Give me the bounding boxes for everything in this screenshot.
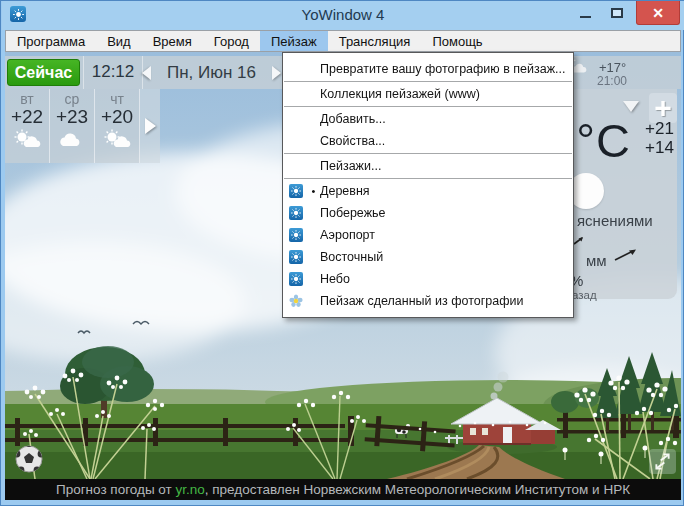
menu-item-coast[interactable]: Побережье xyxy=(283,202,573,224)
prev-day-arrow-icon[interactable] xyxy=(142,66,151,80)
menubar-item-landscape[interactable]: Пейзаж xyxy=(260,31,328,51)
menu-separator xyxy=(284,178,572,179)
landscape-sun-icon xyxy=(289,184,303,198)
landscape-sun-icon xyxy=(289,250,303,264)
statusbar: Прогноз погоды от yr.no, предоставлен Но… xyxy=(5,479,681,500)
menubar-item-city[interactable]: Город xyxy=(203,31,260,51)
cloud-icon xyxy=(56,129,88,153)
menubar-item-broadcast[interactable]: Трансляция xyxy=(328,31,422,51)
landscape-sun-icon xyxy=(289,272,303,286)
menu-separator xyxy=(284,106,572,107)
yowindow-app-window: YoWindow 4 ✕ Программа Вид Время Город П… xyxy=(0,0,684,506)
expand-arrow-icon xyxy=(145,118,156,134)
sun-cloud-icon xyxy=(11,129,43,153)
selected-bullet: • xyxy=(307,185,320,197)
menu-item-add[interactable]: Добавить... xyxy=(283,108,573,130)
menu-item-landscape-collection[interactable]: Коллекция пейзажей (www) xyxy=(283,83,573,105)
menu-item-sky[interactable]: Небо xyxy=(283,268,573,290)
maximize-button[interactable] xyxy=(602,1,632,25)
menubar-item-view[interactable]: Вид xyxy=(96,31,142,51)
menu-item-village[interactable]: • Деревня xyxy=(283,180,573,202)
date-label: Пн, Июн 16 xyxy=(167,63,256,83)
status-text-suffix: , предоставлен Норвежским Метеорологичес… xyxy=(205,482,630,497)
menubar-item-time[interactable]: Время xyxy=(142,31,203,51)
forecast-expand-button[interactable] xyxy=(140,89,160,163)
fullscreen-button[interactable] xyxy=(649,449,676,474)
menubar-item-program[interactable]: Программа xyxy=(6,31,96,51)
close-button[interactable]: ✕ xyxy=(636,1,680,25)
menu-item-landscapes-dialog[interactable]: Пейзажи... xyxy=(283,155,573,177)
fullscreen-arrows-icon xyxy=(653,453,672,470)
menu-item-landscape-from-photo[interactable]: Пейзаж сделанный из фотографии xyxy=(283,290,573,312)
day-high-temp: +21 xyxy=(645,119,674,139)
current-time: 12:12 xyxy=(85,62,141,82)
menu-item-airport[interactable]: Аэропорт xyxy=(283,224,573,246)
next-time-label: 21:00 xyxy=(597,74,627,88)
forecast-day-tue[interactable]: вт +22 xyxy=(5,89,50,163)
forecast-day-wed[interactable]: ср +23 xyxy=(50,89,95,163)
wind-arrow-icon xyxy=(573,232,585,250)
menu-item-photo-to-landscape[interactable]: Превратите вашу фотографию в пейзаж... xyxy=(283,58,573,80)
trend-arrow-icon xyxy=(613,246,639,268)
landscape-sun-icon xyxy=(289,206,303,220)
menu-separator xyxy=(284,153,572,154)
menu-item-eastern[interactable]: Восточный xyxy=(283,246,573,268)
forecast-day-thu[interactable]: чт +20 xyxy=(95,89,140,163)
menubar: Программа Вид Время Город Пейзаж Трансля… xyxy=(5,30,681,52)
menubar-item-help[interactable]: Помощь xyxy=(421,31,493,51)
status-text-prefix: Прогноз погоды от xyxy=(56,482,176,497)
flower-icon xyxy=(289,294,304,309)
panel-dropdown-arrow-icon[interactable] xyxy=(623,101,639,112)
date-navigator: Пн, Июн 16 xyxy=(142,56,281,89)
menu-item-properties[interactable]: Свойства... xyxy=(283,130,573,152)
forecast-strip: вт +22 ср +23 чт +20 xyxy=(5,89,140,163)
next-temp-label: +17° xyxy=(599,60,626,75)
titlebar[interactable]: YoWindow 4 ✕ xyxy=(2,1,684,30)
night-low-temp: +14 xyxy=(645,138,674,158)
updated-ago-text: азад xyxy=(572,289,597,301)
yrno-link[interactable]: yr.no xyxy=(175,482,204,497)
next-day-arrow-icon[interactable] xyxy=(272,66,281,80)
landscape-menu: Превратите вашу фотографию в пейзаж... К… xyxy=(282,52,574,318)
menu-separator xyxy=(284,81,572,82)
condition-text: яснениями xyxy=(577,212,653,229)
minimize-button[interactable] xyxy=(570,1,600,25)
sun-cloud-icon xyxy=(101,129,133,153)
now-button[interactable]: Сейчас xyxy=(7,59,80,86)
precipitation-unit: мм xyxy=(586,252,607,269)
landscape-sun-icon xyxy=(289,228,303,242)
